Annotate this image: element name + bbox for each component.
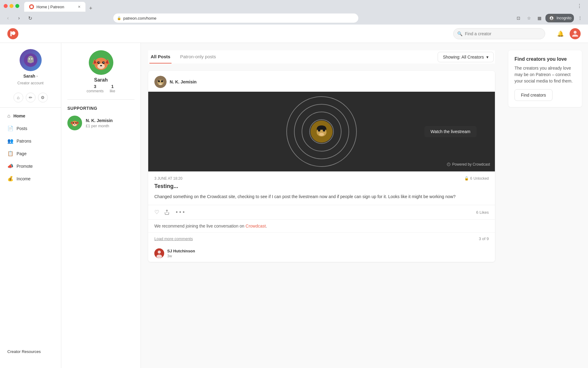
new-tab-button[interactable]: + <box>87 5 95 12</box>
supporting-creator-info: N. K. Jemisin £1 per month <box>86 118 113 128</box>
find-creators-button[interactable]: Find creators <box>514 89 552 101</box>
browser-tabs: Home | Patreon ✕ + <box>24 0 95 12</box>
svg-point-40 <box>158 251 161 254</box>
post-title: Testing... <box>154 183 489 190</box>
bookmark-icon[interactable]: ☆ <box>525 14 533 22</box>
page-nav-label: Page <box>17 151 27 156</box>
address-bar[interactable]: 🔒 patreon.com/home <box>113 13 358 23</box>
maximize-dot[interactable] <box>15 4 19 8</box>
watch-livestream-button[interactable]: Watch the livestream <box>424 126 477 137</box>
header-search: 🔍 <box>453 28 545 39</box>
window-controls <box>4 4 19 8</box>
sarah-profile-section: Sarah 3 comments 1 like <box>67 50 134 100</box>
sidebar-edit-icon-btn[interactable]: ✏ <box>26 93 36 102</box>
search-box[interactable]: 🔍 <box>453 28 545 39</box>
profile-avatar[interactable] <box>20 49 42 71</box>
main-layout: Sarah › Creator account ⌂ ✏ ⚙ ⌂ Home 📄 P… <box>0 43 588 368</box>
back-button[interactable]: ‹ <box>4 14 12 22</box>
post-actions: ♡ • • • 6 Likes <box>148 205 495 219</box>
patrons-nav-label: Patrons <box>17 139 31 144</box>
active-tab[interactable]: Home | Patreon ✕ <box>24 2 85 12</box>
tab-patron-only[interactable]: Patron-only posts <box>179 50 217 63</box>
browser-menu-icon[interactable]: ⋮ <box>576 14 584 22</box>
svg-point-30 <box>158 80 160 82</box>
incognito-label: Incognito <box>556 16 571 20</box>
livestream-visual <box>311 121 333 143</box>
main-content: All Posts Patron-only posts Showing: All… <box>141 43 502 368</box>
posts-header: All Posts Patron-only posts Showing: All… <box>148 50 495 63</box>
more-options-button[interactable]: • • • <box>176 209 185 216</box>
sidebar-nav: ⌂ Home 📄 Posts 👥 Patrons 📋 Page 📣 <box>0 110 61 185</box>
crowdcast-recommendation: We recommend joining the live conversati… <box>154 224 267 228</box>
browser-toolbar: ‹ › ↻ 🔒 patreon.com/home ⊡ ☆ ▦ Incognito… <box>0 12 588 25</box>
supporting-creator-name: N. K. Jemisin <box>86 118 113 123</box>
url-display: patreon.com/home <box>123 16 156 21</box>
notification-button[interactable]: 🔔 <box>555 28 566 39</box>
find-creators-title: Find creators you love <box>514 56 576 62</box>
sarah-avatar[interactable] <box>89 50 113 75</box>
browser-menu[interactable]: ⋮ <box>575 3 584 9</box>
profile-name[interactable]: Sarah › <box>23 74 38 79</box>
post-creator-name[interactable]: N. K. Jemisin <box>170 79 197 84</box>
sidebar-home-icon-btn[interactable]: ⌂ <box>13 93 23 102</box>
powered-by-label: Powered by Crowdcast <box>447 162 490 167</box>
commenter-avatar <box>154 248 164 258</box>
post-date: 3 JUNE AT 18:20 <box>154 176 183 181</box>
profile-arrow-icon: › <box>36 74 38 78</box>
unlocked-count: 6 <box>470 176 472 181</box>
sidebar-item-income[interactable]: 💰 Income <box>4 173 57 185</box>
svg-point-26 <box>75 122 77 124</box>
post-creator-avatar[interactable] <box>154 76 167 88</box>
extensions-icon[interactable]: ▦ <box>535 14 544 22</box>
header-right: 🔔 <box>555 28 581 39</box>
supporting-creator-amount: £1 per month <box>86 124 113 128</box>
cast-icon[interactable]: ⊡ <box>514 14 523 22</box>
app-header: 🔍 🔔 <box>0 25 588 43</box>
post-image[interactable]: Watch the livestream Powered by Crowdcas… <box>148 92 495 171</box>
incognito-badge[interactable]: Incognito <box>545 14 574 22</box>
share-button[interactable] <box>164 209 170 215</box>
sidebar-item-patrons[interactable]: 👥 Patrons <box>4 135 57 147</box>
sidebar-item-page[interactable]: 📋 Page <box>4 148 57 159</box>
sidebar-actions: ⌂ ✏ ⚙ <box>0 93 61 107</box>
close-dot[interactable] <box>4 4 8 8</box>
sidebar-item-promote[interactable]: 📣 Promote <box>4 160 57 172</box>
svg-point-0 <box>12 31 15 35</box>
creator-avatar[interactable] <box>67 116 82 130</box>
likes-count: 6 Likes <box>476 210 489 215</box>
tab-all-posts[interactable]: All Posts <box>149 50 172 63</box>
svg-point-15 <box>98 62 99 63</box>
minimize-dot[interactable] <box>9 4 13 8</box>
svg-rect-1 <box>10 31 12 36</box>
post-card: N. K. Jemisin <box>148 71 495 262</box>
sarah-stat-comments: 3 comments <box>87 84 104 93</box>
profile-subtitle: Creator account <box>17 81 43 85</box>
comment-author: SJ Hutchinson <box>167 249 195 253</box>
refresh-button[interactable]: ↻ <box>26 14 34 22</box>
tab-close-button[interactable]: ✕ <box>78 5 81 9</box>
patreon-logo[interactable] <box>7 28 18 39</box>
supporting-panel: Sarah 3 comments 1 like SUPPORTING <box>61 43 141 368</box>
search-input[interactable] <box>465 31 541 36</box>
svg-point-38 <box>447 163 450 166</box>
left-sidebar: Sarah › Creator account ⌂ ✏ ⚙ ⌂ Home 📄 P… <box>0 43 61 368</box>
sidebar-item-home[interactable]: ⌂ Home <box>4 110 57 122</box>
crowdcast-link[interactable]: Crowdcast <box>246 224 266 228</box>
crowdcast-rec-text: We recommend joining the live conversati… <box>154 224 246 228</box>
post-date-row: 3 JUNE AT 18:20 🔓 6 Unlocked <box>154 176 489 181</box>
comments-count: 3 of 9 <box>479 236 489 241</box>
post-footer: We recommend joining the live conversati… <box>148 219 495 232</box>
load-more-comments-link[interactable]: Load more comments <box>154 236 193 241</box>
svg-point-25 <box>73 122 74 124</box>
sidebar-bottom: Creator Resources <box>0 346 61 362</box>
showing-dropdown[interactable]: Showing: All Creators ▾ <box>438 52 494 62</box>
right-sidebar: Find creators you love The creators you … <box>502 43 588 368</box>
forward-button[interactable]: › <box>15 14 23 22</box>
showing-dropdown-label: Showing: All Creators <box>443 55 484 59</box>
sidebar-settings-icon-btn[interactable]: ⚙ <box>38 93 48 102</box>
user-avatar[interactable] <box>570 28 581 39</box>
like-button[interactable]: ♡ <box>154 209 159 216</box>
creator-resources-link[interactable]: Creator Resources <box>4 346 57 357</box>
lock-icon: 🔒 <box>117 16 121 20</box>
sidebar-item-posts[interactable]: 📄 Posts <box>4 122 57 134</box>
